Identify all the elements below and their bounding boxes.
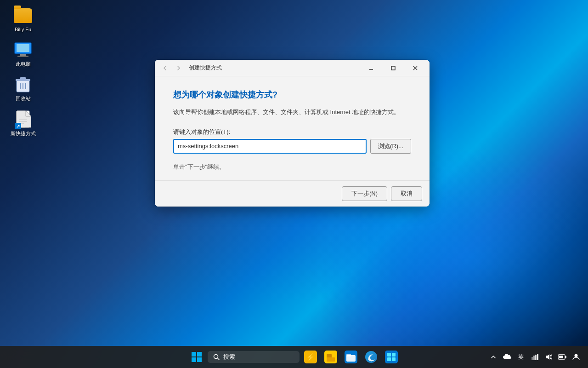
tray-chevron[interactable]	[487, 349, 500, 365]
desktop: Billy Fu 此电脑	[0, 0, 588, 368]
svg-text:⚡: ⚡	[306, 353, 315, 362]
chevron-up-icon	[491, 354, 496, 360]
store-icon	[385, 351, 398, 363]
window-controls	[361, 61, 426, 75]
input-hint: 单击"下一步"继续。	[173, 163, 411, 171]
svg-marker-45	[546, 354, 549, 360]
svg-rect-30	[327, 354, 332, 358]
battery-icon	[558, 354, 566, 360]
svg-rect-39	[387, 357, 391, 361]
tray-battery[interactable]	[556, 349, 569, 365]
folders-icon	[345, 351, 357, 363]
dialog-footer: 下一步(N) 取消	[155, 180, 430, 207]
svg-rect-43	[535, 355, 537, 360]
taskbar-app-yellow[interactable]: ⚡	[301, 348, 320, 366]
svg-rect-41	[531, 357, 533, 360]
svg-rect-23	[192, 357, 196, 362]
svg-rect-38	[392, 353, 396, 356]
minimize-button[interactable]	[361, 61, 382, 75]
taskbar-file-explorer[interactable]	[322, 348, 340, 366]
svg-rect-18	[391, 66, 395, 70]
dialog-content: 想为哪个对象创建快捷方式? 该向导帮你创建本地或网络程序、文件、文件夹、计算机或…	[155, 76, 430, 180]
svg-rect-24	[197, 357, 202, 362]
browse-button[interactable]: 浏览(R)...	[370, 139, 411, 154]
taskbar-folders[interactable]	[342, 348, 360, 366]
svg-rect-31	[327, 357, 335, 362]
next-button[interactable]: 下一步(N)	[342, 186, 387, 201]
dialog-title: 创建快捷方式	[189, 64, 361, 72]
svg-rect-37	[387, 353, 391, 356]
tray-user[interactable]	[570, 349, 582, 365]
input-label: 请键入对象的位置(T):	[173, 128, 411, 136]
svg-line-26	[218, 358, 220, 360]
taskbar-edge[interactable]	[362, 348, 380, 366]
system-tray: 英	[487, 349, 582, 365]
svg-rect-42	[533, 356, 535, 360]
maximize-button[interactable]	[383, 61, 404, 75]
cloud-icon	[503, 354, 511, 360]
taskbar-center: 搜索 ⚡	[187, 348, 401, 366]
file-explorer-icon	[324, 351, 337, 363]
search-icon	[213, 354, 220, 360]
nav-back-button[interactable]	[158, 63, 171, 74]
dialog-overlay: 创建快捷方式	[0, 0, 588, 368]
input-row: 浏览(R)...	[173, 139, 411, 154]
tray-cloud[interactable]	[501, 349, 514, 365]
svg-point-49	[575, 354, 578, 357]
svg-rect-44	[537, 354, 538, 360]
taskbar-app-yellow-icon: ⚡	[304, 351, 317, 363]
nav-forward-button[interactable]	[172, 63, 185, 74]
user-icon	[572, 353, 580, 361]
windows-start-button[interactable]	[187, 348, 206, 366]
search-label: 搜索	[223, 353, 235, 361]
speaker-icon	[545, 353, 552, 361]
dialog-description: 该向导帮你创建本地或网络程序、文件、文件夹、计算机或 Internet 地址的快…	[173, 108, 411, 117]
cancel-button[interactable]: 取消	[391, 186, 422, 201]
create-shortcut-dialog: 创建快捷方式	[155, 60, 430, 207]
svg-rect-34	[346, 354, 351, 356]
edge-icon	[365, 351, 378, 363]
tray-language[interactable]: 英	[514, 349, 527, 365]
tray-network[interactable]	[528, 349, 541, 365]
language-indicator: 英	[518, 353, 524, 361]
location-input[interactable]	[173, 139, 367, 154]
svg-rect-40	[392, 357, 396, 361]
svg-rect-21	[192, 352, 196, 356]
dialog-titlebar: 创建快捷方式	[155, 60, 430, 76]
dialog-heading: 想为哪个对象创建快捷方式?	[173, 89, 411, 100]
taskbar-right: 英	[487, 349, 582, 365]
tray-volume[interactable]	[542, 349, 555, 365]
taskbar: 搜索 ⚡	[0, 346, 588, 368]
dialog-nav	[158, 63, 185, 74]
network-icon	[531, 353, 538, 361]
location-input-group: 请键入对象的位置(T): 浏览(R)...	[173, 128, 411, 154]
svg-rect-22	[197, 352, 202, 356]
taskbar-store[interactable]	[382, 348, 401, 366]
taskbar-search[interactable]: 搜索	[208, 351, 300, 363]
svg-rect-36	[385, 351, 398, 363]
svg-rect-47	[565, 356, 566, 358]
close-button[interactable]	[405, 61, 426, 75]
svg-rect-48	[559, 356, 563, 358]
